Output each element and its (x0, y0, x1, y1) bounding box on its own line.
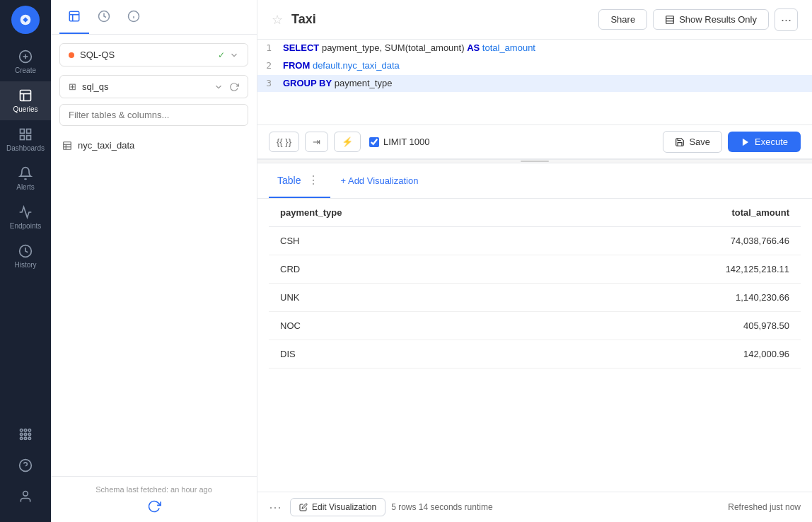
connection-status-dot (69, 52, 74, 58)
edit-icon (299, 503, 308, 511)
sidebar-item-queries[interactable]: Queries (0, 81, 51, 120)
edit-visualization-button[interactable]: Edit Visualization (290, 498, 385, 516)
sidebar-item-apps[interactable] (18, 420, 33, 448)
cell-total-amount: 1,140,230.66 (531, 284, 801, 312)
svg-rect-7 (21, 129, 25, 134)
chevron-down-schema-icon[interactable] (214, 82, 224, 92)
refresh-schema-icon[interactable] (229, 82, 239, 92)
sidebar-nav: Create Queries Dashboards Alerts Endpoin… (0, 0, 51, 522)
schema-icon: ⊞ (69, 81, 76, 92)
cell-payment-type: DIS (269, 340, 531, 369)
cell-total-amount: 142,125,218.11 (531, 255, 801, 284)
schema-selector[interactable]: ⊞ sql_qs (59, 75, 248, 98)
limit-checkbox-input[interactable] (369, 137, 379, 147)
format-button[interactable]: ⇥ (305, 132, 328, 152)
svg-point-17 (28, 433, 30, 435)
sidebar-item-create[interactable]: Create (0, 42, 51, 81)
results-tab-more-icon[interactable]: ⋮ (305, 173, 322, 187)
code-editor[interactable]: 1 SELECT payment_type, SUM(total_amount)… (257, 40, 812, 124)
svg-point-19 (24, 437, 26, 439)
cell-total-amount: 405,978.50 (531, 312, 801, 340)
sidebar-item-profile[interactable] (18, 482, 33, 511)
connection-selector[interactable]: SQL-QS ✓ (59, 43, 248, 66)
svg-point-13 (24, 429, 26, 431)
chevron-down-icon (229, 50, 239, 60)
cell-total-amount: 142,000.96 (531, 340, 801, 369)
svg-rect-10 (27, 136, 31, 140)
top-bar: ☆ Taxi Share Show Results Only ··· (257, 0, 812, 40)
app-logo[interactable] (11, 6, 40, 34)
editor-toolbar: {{ }} ⇥ ⚡ LIMIT 1000 Save Execute (257, 124, 812, 158)
schema-last-fetched: Schema last fetched: an hour ago (95, 485, 212, 494)
main-content: ☆ Taxi Share Show Results Only ··· 1 SEL… (257, 0, 812, 522)
cell-total-amount: 74,038,766.46 (531, 227, 801, 255)
left-panel: SQL-QS ✓ ⊞ sql_qs nyc_taxi_data Schema l… (51, 0, 257, 522)
execute-icon (741, 137, 750, 147)
autocomplete-button[interactable]: ⚡ (334, 132, 361, 152)
query-section: 1 SELECT payment_type, SUM(total_amount)… (257, 40, 812, 159)
left-tab-info[interactable] (119, 0, 149, 34)
sidebar-item-help[interactable] (18, 451, 33, 480)
format-icon: ⇥ (313, 137, 320, 147)
table-icon (62, 141, 72, 151)
results-footer: ⋯ Edit Visualization 5 rows 14 seconds r… (257, 492, 812, 522)
code-line-3: 3 GROUP BY payment_type (257, 75, 812, 93)
svg-rect-8 (27, 129, 31, 134)
filter-tables-input[interactable] (59, 104, 248, 126)
svg-point-15 (21, 433, 23, 435)
left-panel-tabs (51, 0, 257, 35)
execute-button[interactable]: Execute (728, 132, 801, 152)
code-line-2: 2 FROM default.nyc_taxi_data (257, 57, 812, 75)
table-row: CRD 142,125,218.11 (269, 255, 801, 284)
save-button[interactable]: Save (663, 131, 722, 153)
schema-actions (214, 82, 239, 92)
add-viz-label: + Add Visualization (340, 175, 418, 186)
page-title: Taxi (291, 12, 598, 27)
results-tabs: Table ⋮ + Add Visualization (257, 163, 812, 199)
cell-payment-type: NOC (269, 312, 531, 340)
results-tab-table-label: Table (277, 175, 301, 186)
add-visualization-button[interactable]: + Add Visualization (330, 170, 428, 192)
col-payment-type: payment_type (269, 199, 531, 227)
show-results-button[interactable]: Show Results Only (653, 9, 769, 30)
cell-payment-type: CSH (269, 227, 531, 255)
connection-name: SQL-QS (80, 50, 215, 60)
left-tab-schema[interactable] (59, 0, 89, 34)
svg-point-18 (21, 437, 23, 439)
left-tab-history[interactable] (89, 0, 119, 34)
svg-point-12 (21, 429, 23, 431)
sidebar-item-history[interactable]: History (0, 237, 51, 276)
results-table: payment_type total_amount CSH 74,038,766… (257, 199, 812, 492)
connection-check-icon: ✓ (218, 50, 225, 60)
sidebar-item-alerts[interactable]: Alerts (0, 159, 51, 198)
svg-point-20 (28, 437, 30, 439)
save-label: Save (689, 137, 710, 147)
table-results-icon (665, 15, 675, 25)
col-total-amount: total_amount (531, 199, 801, 227)
svg-point-14 (28, 429, 30, 431)
sidebar-item-dashboards[interactable]: Dashboards (0, 120, 51, 159)
table-list: nyc_taxi_data (51, 132, 257, 476)
top-bar-actions: Share Show Results Only ··· (598, 8, 798, 31)
results-stats: 5 rows 14 seconds runtime (391, 502, 492, 512)
footer-more-button[interactable]: ⋯ (269, 499, 282, 515)
sidebar-item-endpoints[interactable]: Endpoints (0, 198, 51, 237)
table-row: NOC 405,978.50 (269, 312, 801, 340)
svg-marker-38 (743, 138, 748, 146)
limit-checkbox[interactable]: LIMIT 1000 (369, 137, 430, 147)
code-line-1: 1 SELECT payment_type, SUM(total_amount)… (257, 40, 812, 57)
star-button[interactable]: ☆ (272, 12, 283, 28)
svg-rect-4 (21, 91, 31, 101)
table-item-nyc-taxi-data[interactable]: nyc_taxi_data (59, 134, 248, 156)
svg-rect-9 (21, 136, 25, 140)
save-icon (675, 137, 685, 147)
template-button[interactable]: {{ }} (269, 132, 299, 152)
share-button[interactable]: Share (598, 9, 647, 30)
results-data-table: payment_type total_amount CSH 74,038,766… (269, 199, 801, 369)
table-row: CSH 74,038,766.46 (269, 227, 801, 255)
refresh-footer-icon[interactable] (147, 499, 161, 514)
more-options-button[interactable]: ··· (775, 8, 798, 31)
table-name: nyc_taxi_data (78, 140, 134, 151)
results-tab-table[interactable]: Table ⋮ (269, 163, 330, 198)
refresh-timestamp: Refreshed just now (728, 502, 801, 512)
